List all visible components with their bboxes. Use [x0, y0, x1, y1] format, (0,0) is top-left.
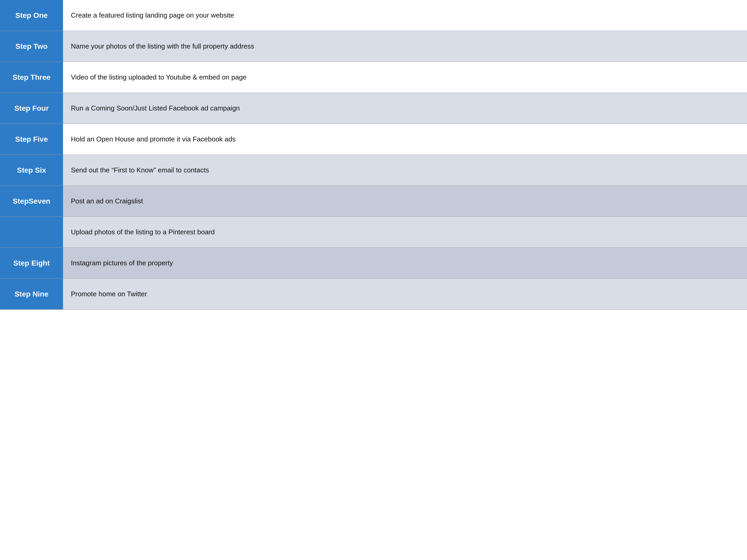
step-label-text: Seven — [29, 197, 50, 206]
step-label-cell: Step One — [0, 0, 63, 31]
step-content-text: Create a featured listing landing page o… — [63, 0, 747, 31]
step-row: Step TwoName your photos of the listing … — [0, 31, 747, 62]
step-row: Step FourRun a Coming Soon/Just Listed F… — [0, 93, 747, 124]
step-content-text: Name your photos of the listing with the… — [63, 31, 747, 62]
step-content-text: Post an ad on Craigslist — [63, 186, 747, 216]
step-content-text: Video of the listing uploaded to Youtube… — [63, 62, 747, 92]
step-content-text: Promote home on Twitter — [63, 279, 747, 310]
step-label-cell: Step Five — [0, 124, 63, 155]
step-content-text: Send out the “First to Know” email to co… — [63, 155, 747, 186]
step-label-cell: Step Six — [0, 155, 63, 186]
step-label-cell: Step Three — [0, 62, 63, 92]
step-label-text: Step Three — [12, 73, 51, 82]
step-label-text: Step Five — [15, 135, 48, 144]
step-row: StepSevenPost an ad on Craigslist — [0, 186, 747, 217]
step-row: Upload photos of the listing to a Pinter… — [0, 217, 747, 248]
step-row: Step NinePromote home on Twitter — [0, 279, 747, 310]
step-content-text: Instagram pictures of the property — [63, 248, 747, 278]
step-label-cell: Step Two — [0, 31, 63, 62]
step-label-cell: Step Eight — [0, 248, 63, 278]
step-content-text: Run a Coming Soon/Just Listed Facebook a… — [63, 93, 747, 124]
step-label-text: Step Six — [17, 166, 46, 175]
step-label-text: Step — [12, 197, 29, 206]
step-row: Step OneCreate a featured listing landin… — [0, 0, 747, 31]
step-row: Step EightInstagram pictures of the prop… — [0, 248, 747, 279]
step-label-text: Step Eight — [14, 259, 50, 268]
step-label-text: Step One — [16, 11, 48, 20]
step-content-text: Hold an Open House and promote it via Fa… — [63, 124, 747, 155]
step-row: Step FiveHold an Open House and promote … — [0, 124, 747, 155]
step-label-cell — [0, 217, 63, 247]
step-label-cell: StepSeven — [0, 186, 63, 216]
steps-container: Step OneCreate a featured listing landin… — [0, 0, 747, 310]
step-label-text: Step Two — [16, 42, 48, 51]
step-row: Step SixSend out the “First to Know” ema… — [0, 155, 747, 186]
step-label-cell: Step Nine — [0, 279, 63, 310]
step-label-text: Step Four — [15, 104, 49, 113]
step-label-cell: Step Four — [0, 93, 63, 124]
step-label-text: Step Nine — [15, 290, 48, 299]
step-content-text: Upload photos of the listing to a Pinter… — [63, 217, 747, 247]
step-row: Step ThreeVideo of the listing uploaded … — [0, 62, 747, 93]
